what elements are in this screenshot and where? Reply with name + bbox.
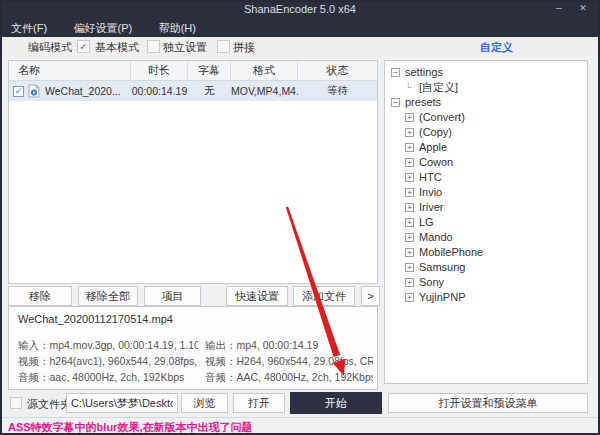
start-button[interactable]: 开始 <box>290 392 382 414</box>
expand-icon[interactable]: + <box>405 203 414 212</box>
basic-mode-label: 基本模式 <box>95 40 139 55</box>
tree-item-copy[interactable]: +(Copy) <box>385 125 587 140</box>
status-message: ASS特效字幕中的blur效果,在新版本中出现了问题 <box>8 420 252 435</box>
table-header: 名称 时长 字幕 格式 状态 <box>9 61 377 81</box>
menu-preferences[interactable]: 偏好设置(P) <box>63 19 144 38</box>
tree-connector-icon: └ <box>405 80 414 95</box>
tree-item-label: (Convert) <box>419 111 465 123</box>
tree-item-custom[interactable]: └[自定义] <box>385 80 587 95</box>
expand-icon[interactable]: + <box>405 233 414 242</box>
close-icon[interactable]: ✕ <box>574 0 592 18</box>
tree-item-iriver[interactable]: +Iriver <box>385 200 587 215</box>
expand-icon[interactable]: + <box>405 143 414 152</box>
tree-item-mando[interactable]: +Mando <box>385 230 587 245</box>
tree-item-label: Apple <box>419 141 447 153</box>
file-duration: 00:00:14.19 <box>131 85 188 97</box>
open-settings-presets-button[interactable]: 打开设置和预设菜单 <box>388 393 588 413</box>
selected-filename: WeChat_20200112170514.mp4 <box>18 313 173 325</box>
menu-bar: 文件(F) 偏好设置(P) 帮助(H) <box>0 18 600 37</box>
file-format: MOV,MP4,M4... <box>231 85 298 97</box>
tree-item-label: Cowon <box>419 156 453 168</box>
tree-item-mobilephone[interactable]: +MobilePhone <box>385 245 587 260</box>
tree-item-label: presets <box>405 96 441 108</box>
tree-item-htc[interactable]: +HTC <box>385 170 587 185</box>
expand-icon[interactable]: + <box>405 293 414 302</box>
customize-link[interactable]: 自定义 <box>480 40 513 55</box>
encode-mode-label: 编码模式： <box>28 40 83 55</box>
menu-file[interactable]: 文件(F) <box>0 19 58 38</box>
input-audio-info: 音频：aac, 48000Hz, 2ch, 192Kbps <box>18 369 198 385</box>
remove-all-button[interactable]: 移除全部 <box>78 286 138 306</box>
expand-icon[interactable]: + <box>405 263 414 272</box>
project-button[interactable]: 项目 <box>144 286 201 306</box>
tree-item-sony[interactable]: +Sony <box>385 275 587 290</box>
tree-item-label: (Copy) <box>419 126 452 138</box>
column-header-duration[interactable]: 时长 <box>131 61 188 80</box>
file-queue-table: 名称 时长 字幕 格式 状态 ✓ WeChat_2020... 00:00:14… <box>8 60 378 284</box>
column-header-format[interactable]: 格式 <box>231 61 298 80</box>
tree-item-convert[interactable]: +(Convert) <box>385 110 587 125</box>
tree-item-label: MobilePhone <box>419 246 483 258</box>
file-name: WeChat_2020... <box>45 85 121 97</box>
tree-item-invio[interactable]: +Invio <box>385 185 587 200</box>
tree-item-label: Invio <box>419 186 442 198</box>
tree-item-label: YujinPNP <box>419 291 465 303</box>
join-label: 拼接 <box>233 40 255 55</box>
remove-button[interactable]: 移除 <box>8 286 72 306</box>
basic-mode-checkbox[interactable]: ✓ <box>77 40 90 53</box>
collapse-icon[interactable]: − <box>391 68 400 77</box>
expand-icon[interactable]: + <box>405 278 414 287</box>
source-folder-checkbox[interactable] <box>10 397 22 409</box>
quick-settings-button[interactable]: 快速设置 <box>226 286 288 306</box>
tree-item-label: Samsung <box>419 261 465 273</box>
output-video-info: 视频：H264, 960x544, 29.08fps, CRF ... <box>205 353 373 369</box>
tree-item-presets[interactable]: −presets <box>385 95 587 110</box>
column-header-subtitle[interactable]: 字幕 <box>188 61 231 80</box>
input-summary: 输入：mp4.mov.3gp, 00:00:14.19, 1.10... <box>18 337 198 353</box>
open-button[interactable]: 打开 <box>233 393 285 413</box>
tree-item-label: [自定义] <box>419 81 458 93</box>
output-summary: 输出：mp4, 00:00:14.19 <box>205 337 373 353</box>
minimize-icon[interactable]: – <box>550 0 568 18</box>
table-row[interactable]: ✓ WeChat_2020... 00:00:14.19 无 MOV,MP4,M… <box>9 81 377 101</box>
expand-icon[interactable]: + <box>405 113 414 122</box>
add-file-button[interactable]: 添加文件 <box>293 286 355 306</box>
tree-item-apple[interactable]: +Apple <box>385 140 587 155</box>
window-title: ShanaEncoder 5.0 x64 <box>244 3 356 15</box>
tree-item-label: LG <box>419 216 434 228</box>
menu-help[interactable]: 帮助(H) <box>148 19 207 38</box>
expand-icon[interactable]: + <box>405 188 414 197</box>
join-checkbox[interactable] <box>217 40 230 53</box>
statusbar-divider <box>2 417 598 418</box>
browse-button[interactable]: 浏览 <box>181 393 228 413</box>
expand-icon[interactable]: + <box>405 218 414 227</box>
tree-item-cowon[interactable]: +Cowon <box>385 155 587 170</box>
expand-icon[interactable]: + <box>405 248 414 257</box>
output-path-input[interactable] <box>66 393 178 413</box>
file-row-checkbox[interactable]: ✓ <box>13 86 24 97</box>
encode-mode-toolbar: 编码模式： ✓ 基本模式 独立设置 拼接 自定义 <box>0 37 600 58</box>
shanaencoder-window: ShanaEncoder 5.0 x64 – ✕ 文件(F) 偏好设置(P) 帮… <box>0 0 600 435</box>
independent-settings-checkbox[interactable] <box>147 40 160 53</box>
tree-item-label: Sony <box>419 276 444 288</box>
column-header-status[interactable]: 状态 <box>298 61 377 80</box>
input-video-info: 视频：h264(avc1), 960x544, 29.08fps, ... <box>18 353 198 369</box>
more-button[interactable]: > <box>361 286 380 306</box>
expand-icon[interactable]: + <box>405 173 414 182</box>
source-folder-label: 源文件夹 <box>27 397 71 412</box>
expand-icon[interactable]: + <box>405 158 414 167</box>
collapse-icon[interactable]: − <box>391 98 400 107</box>
tree-item-settings[interactable]: −settings <box>385 65 587 80</box>
tree-item-label: HTC <box>419 171 442 183</box>
column-header-name[interactable]: 名称 <box>9 61 131 80</box>
tree-item-yujinpnp[interactable]: +YujinPNP <box>385 290 587 305</box>
file-status-badge: 等待 <box>298 84 377 98</box>
media-info-panel: WeChat_20200112170514.mp4 输入：mp4.mov.3gp… <box>8 306 378 390</box>
tree-item-label: settings <box>405 66 443 78</box>
tree-item-samsung[interactable]: +Samsung <box>385 260 587 275</box>
output-info-column: 输出：mp4, 00:00:14.19 视频：H264, 960x544, 29… <box>205 337 373 385</box>
title-bar: ShanaEncoder 5.0 x64 – ✕ <box>0 0 600 18</box>
input-info-column: 输入：mp4.mov.3gp, 00:00:14.19, 1.10... 视频：… <box>18 337 198 385</box>
expand-icon[interactable]: + <box>405 128 414 137</box>
tree-item-lg[interactable]: +LG <box>385 215 587 230</box>
